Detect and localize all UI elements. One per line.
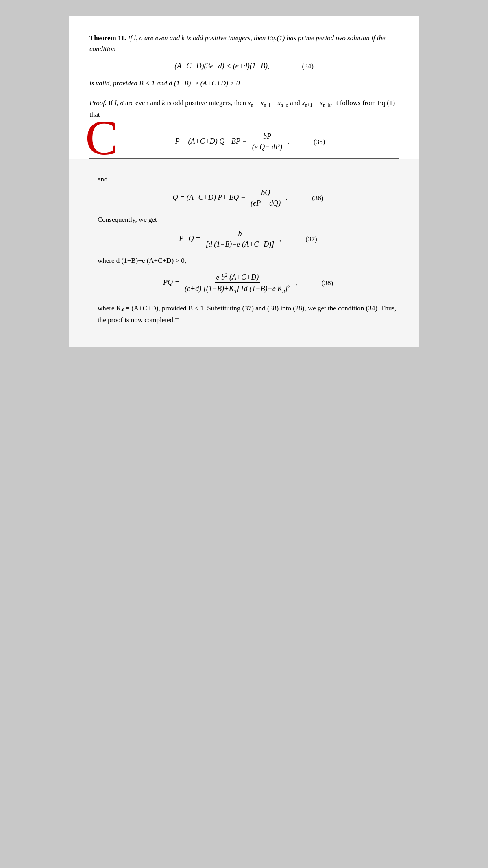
big-c-decoration: C [85,114,118,162]
eq37-numerator: b [236,230,243,239]
equation-34: (A+C+D)(3e−d) < (e+d)(1−B), (34) [89,62,399,70]
eq38-label: (38) [322,279,333,287]
eq38-fraction: e b2 (A+C+D) (e+d) [(1−B)+K3] [d (1−B)−e… [183,272,292,295]
eq35-label: (35) [314,138,325,146]
valid-line: is valid, provided B < 1 and d (1−B)−e (… [89,78,399,89]
proof-text: If l, σ are even and k is odd positive i… [89,99,395,118]
eq36-label: (36) [312,194,323,202]
proof-block: Proof. If l, σ are even and k is odd pos… [89,97,399,120]
theorem-title: Theorem 11. [89,34,126,42]
equation-38: PQ = e b2 (A+C+D) (e+d) [(1−B)+K3] [d (1… [98,272,399,295]
proof-title: Proof. [89,99,107,107]
eq37-label: (37) [305,235,317,243]
lower-page: and Q = (A+C+D) P+ BQ − bQ (eP − dQ) . (… [69,159,419,346]
eq36-fraction: bQ (eP − dQ) [249,188,282,208]
equation-35: P = (A+C+D) Q+ BP − bP (e Q− dP) , (35) [89,126,399,159]
eq38-lhs: PQ = e b2 (A+C+D) (e+d) [(1−B)+K3] [d (1… [163,272,297,295]
eq34-label: (34) [302,62,313,70]
equation-36: Q = (A+C+D) P+ BQ − bQ (eP − dQ) . (36) [98,188,399,208]
eq37-lhs: P+Q = b [d (1−B)−e (A+C+D)] , [179,230,281,249]
eq38-denominator: (e+d) [(1−B)+K3] [d (1−B)−e K3]2 [183,283,292,295]
equation-37: P+Q = b [d (1−B)−e (A+C+D)] , (37) [98,230,399,249]
where-37: where d (1−B)−e (A+C+D) > 0, [98,257,399,265]
and-label: and [98,175,399,184]
eq36-lhs: Q = (A+C+D) P+ BQ − bQ (eP − dQ) . [173,188,288,208]
eq36-numerator: bQ [259,188,272,198]
eq35-lhs: P = (A+C+D) Q+ BP − bP (e Q− dP) , [175,132,289,151]
eq38-numerator: e b2 (A+C+D) [215,272,261,283]
conclusion-block: where K₃ = (A+C+D), provided B < 1. Subs… [98,303,399,326]
eq34-math: (A+C+D)(3e−d) < (e+d)(1−B), [174,62,269,70]
eq37-fraction: b [d (1−B)−e (A+C+D)] [204,230,276,249]
theorem-body: If l, σ are even and k is odd positive i… [89,34,386,53]
upper-page: Theorem 11. If l, σ are even and k is od… [69,16,419,159]
eq35-numerator: bP [261,132,273,142]
eq36-denominator: (eP − dQ) [249,198,282,208]
consequently-text: Consequently, we get [98,216,399,224]
eq35-fraction: bP (e Q− dP) [251,132,284,151]
eq35-denominator: (e Q− dP) [251,142,284,151]
eq35-container: C P = (A+C+D) Q+ BP − bP (e Q− dP) , (35… [89,126,399,159]
eq37-denominator: [d (1−B)−e (A+C+D)] [204,239,276,249]
theorem-block: Theorem 11. If l, σ are even and k is od… [89,33,399,55]
